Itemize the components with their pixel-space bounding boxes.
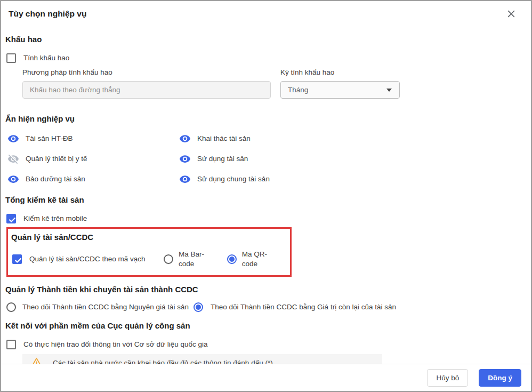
qrcode-radio-label: Mã QR-code [242, 250, 276, 269]
exchange-info-checkbox[interactable] [6, 340, 16, 349]
ok-button[interactable]: Đồng ý [479, 369, 521, 387]
barcode-radio-label: Mã Bar-code [179, 250, 213, 269]
period-label: Kỳ tính khấu hao [280, 68, 334, 76]
mobile-inventory-checkbox[interactable] [6, 214, 16, 223]
section-header-depreciation: Khấu hao [5, 34, 522, 45]
section-header-inventory: Tổng kiểm kê tài sản [5, 195, 522, 205]
barcode-row: Quản lý tài sản/CCDC theo mã vạch Mã Bar… [11, 250, 290, 269]
barcode-checkbox-group: Quản lý tài sản/CCDC theo mã vạch [12, 254, 164, 264]
depreciation-fields: Khấu hao theo đường thẳng Tháng [5, 81, 522, 99]
visibility-item-su-dung: Sử dụng tài sản [179, 153, 522, 165]
highlighted-section-asset-mgmt: Quản lý tài sản/CCDC Quản lý tài sản/CCD… [6, 227, 292, 277]
period-select-value: Tháng [288, 86, 308, 94]
visibility-item-khai-thac: Khai thác tài sản [179, 133, 522, 145]
method-label: Phương pháp tính khấu hao [22, 68, 280, 76]
visibility-item-thiet-bi-y-te: Quản lý thiết bị y tế [7, 153, 179, 165]
method-input-value: Khấu hao theo đường thẳng [30, 86, 120, 94]
mobile-inventory-label: Kiểm kê trên mobile [23, 214, 87, 223]
exchange-info-label: Có thực hiện trao đổi thông tin với Cơ s… [23, 340, 208, 349]
dialog-title: Tùy chọn nghiệp vụ [9, 9, 86, 18]
visibility-item-label: Quản lý thiết bị y tế [26, 154, 87, 164]
remaining-value-radio[interactable] [194, 302, 203, 312]
barcode-checkbox-label: Quản lý tài sản/CCDC theo mã vạch [29, 254, 146, 264]
business-options-dialog: Tùy chọn nghiệp vụ Khấu hao Tính khấu ha… [0, 0, 532, 392]
close-button[interactable] [504, 7, 518, 21]
original-price-radio-group: Theo dõi Thành tiền CCDC bằng Nguyên giá… [6, 302, 194, 312]
exchange-info-row: Có thực hiện trao đổi thông tin với Cơ s… [5, 340, 522, 349]
section-header-ccdc-amount: Quản lý Thành tiền khi chuyển tài sản th… [5, 284, 522, 295]
ccdc-amount-options-row: Theo dõi Thành tiền CCDC bằng Nguyên giá… [5, 302, 522, 312]
chevron-down-icon [386, 89, 392, 92]
mobile-inventory-row: Kiểm kê trên mobile [5, 214, 522, 223]
eye-visible-icon[interactable] [179, 153, 191, 165]
visibility-item-label: Bảo dưỡng tài sản [26, 174, 85, 184]
close-icon [506, 9, 517, 21]
calc-depreciation-checkbox[interactable] [6, 53, 16, 63]
eye-visible-icon[interactable] [7, 173, 19, 185]
depreciation-field-labels: Phương pháp tính khấu hao Kỳ tính khấu h… [5, 68, 522, 76]
eye-visible-icon[interactable] [179, 173, 191, 185]
visibility-item-label: Sử dụng chung tài sản [197, 174, 270, 184]
visibility-item-label: Khai thác tài sản [197, 134, 251, 143]
remaining-value-radio-label: Theo dõi Thành tiền CCDC bằng Giá trị cò… [211, 302, 396, 312]
visibility-item-tai-san-ht-db: Tài sản HT-ĐB [7, 133, 179, 145]
dialog-footer: Hủy bỏ Đồng ý [1, 364, 531, 391]
calc-depreciation-label: Tính khấu hao [23, 53, 69, 63]
visibility-grid: Tài sản HT-ĐB Khai thác tài sản Quản lý … [5, 133, 522, 185]
visibility-item-label: Tài sản HT-ĐB [26, 134, 73, 143]
eye-visible-icon[interactable] [7, 133, 19, 145]
section-header-connection: Kết nối với phần mềm của Cục quản lý côn… [5, 321, 522, 331]
qrcode-radio-group: Mã QR-code [227, 250, 276, 269]
visibility-item-label: Sử dụng tài sản [197, 154, 248, 164]
eye-hidden-icon[interactable] [7, 153, 19, 165]
original-price-radio-label: Theo dõi Thành tiền CCDC bằng Nguyên giá… [22, 302, 189, 312]
visibility-item-bao-duong: Bảo dưỡng tài sản [7, 173, 179, 185]
visibility-item-su-dung-chung: Sử dụng chung tài sản [179, 173, 522, 185]
calc-depreciation-row: Tính khấu hao [5, 53, 522, 63]
section-header-asset-mgmt: Quản lý tài sản/CCDC [11, 232, 290, 243]
section-header-visibility: Ẩn hiện nghiệp vụ [5, 114, 522, 124]
period-select[interactable]: Tháng [280, 81, 400, 99]
remaining-value-radio-group: Theo dõi Thành tiền CCDC bằng Giá trị cò… [194, 302, 396, 312]
cancel-button[interactable]: Hủy bỏ [427, 369, 468, 387]
original-price-radio[interactable] [6, 302, 16, 312]
qrcode-radio[interactable] [227, 254, 237, 264]
method-input: Khấu hao theo đường thẳng [22, 81, 271, 99]
eye-visible-icon[interactable] [179, 133, 191, 145]
barcode-checkbox[interactable] [12, 254, 22, 264]
barcode-radio-group: Mã Bar-code [164, 250, 213, 269]
barcode-radio[interactable] [164, 254, 173, 264]
dialog-header: Tùy chọn nghiệp vụ [5, 1, 522, 19]
